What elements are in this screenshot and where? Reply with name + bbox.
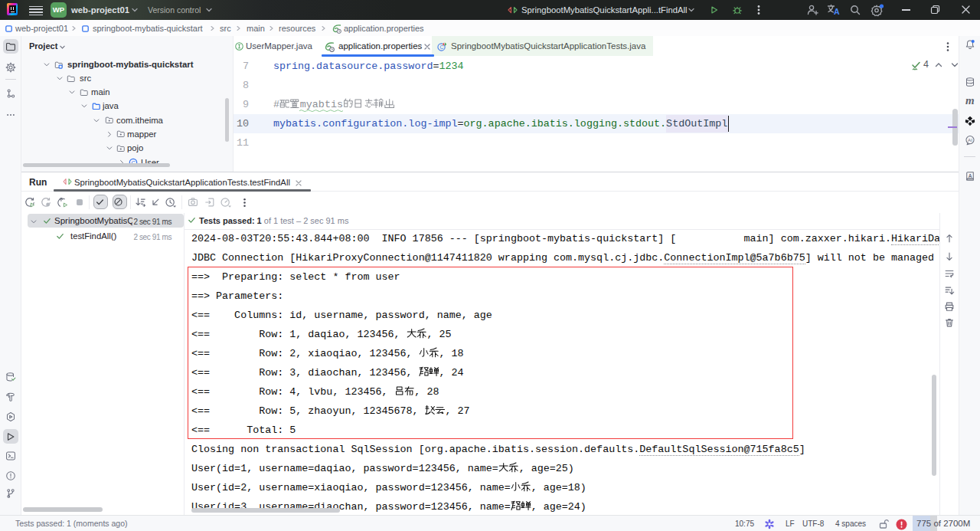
svg-text:C: C bbox=[440, 44, 444, 50]
svg-text:A: A bbox=[969, 173, 972, 179]
svg-text:AI: AI bbox=[968, 137, 972, 143]
svg-text:A: A bbox=[834, 7, 840, 16]
